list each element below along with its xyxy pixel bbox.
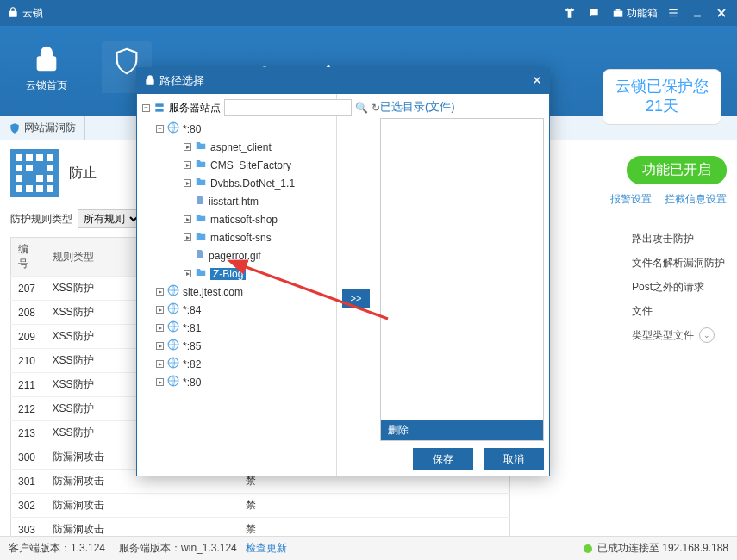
tree-node[interactable]: ▸*:84: [142, 301, 331, 319]
tree-node[interactable]: ▸*:80: [142, 373, 331, 391]
selected-list[interactable]: 删除: [380, 118, 544, 441]
toggle-icon[interactable]: [184, 252, 191, 259]
cell: 211: [11, 373, 46, 397]
toggle-icon[interactable]: ▸: [156, 360, 164, 368]
toolbox-icon[interactable]: [609, 4, 627, 22]
tree-node[interactable]: ▸*:82: [142, 355, 331, 373]
search-icon[interactable]: 🔍: [355, 101, 368, 115]
svg-rect-1: [616, 9, 621, 11]
block-settings-link[interactable]: 拦截信息设置: [665, 193, 727, 205]
toggle-icon[interactable]: −: [156, 125, 164, 133]
shirt-icon[interactable]: [561, 4, 578, 22]
tree-panel: − 服务器站点 🔍 ↻ −*:80▸aspnet_client▸CMS_Site…: [137, 94, 337, 476]
toggle-icon[interactable]: ▸: [156, 306, 164, 314]
toggle-icon[interactable]: ▸: [156, 342, 164, 350]
tree-node[interactable]: iisstart.htm: [142, 192, 331, 210]
tree-node[interactable]: ▸Dvbbs.DotNet_1.1: [142, 174, 331, 192]
tree-root-label[interactable]: 服务器站点: [169, 101, 221, 115]
file-icon: [195, 248, 205, 263]
right-option[interactable]: 文件: [632, 299, 725, 323]
selected-panel: 已选目录(文件) 删除 保存 取消: [375, 94, 549, 476]
shield-icon: [9, 122, 21, 134]
close-button[interactable]: [713, 4, 730, 22]
tree-node[interactable]: ▸maticsoft-shop: [142, 210, 331, 228]
cell: 210: [11, 349, 46, 373]
modal-close-button[interactable]: [532, 75, 542, 88]
minimize-button[interactable]: [689, 4, 706, 22]
refresh-icon[interactable]: ↻: [372, 101, 380, 115]
filter-label: 防护规则类型: [10, 212, 72, 227]
right-option[interactable]: Post之外的请求: [632, 275, 725, 299]
toggle-icon[interactable]: ▸: [184, 179, 191, 187]
folder-icon: [195, 266, 207, 281]
chevron-down-icon[interactable]: ⌄: [699, 327, 715, 343]
titlebar: 云锁 功能箱: [0, 0, 737, 26]
globe-icon: [167, 121, 179, 136]
connection-dot: [584, 544, 592, 553]
toggle-icon[interactable]: ▸: [184, 161, 191, 169]
check-update-link[interactable]: 检查更新: [246, 541, 287, 556]
server-icon: [153, 102, 166, 114]
right-option[interactable]: 类型类型文件⌄: [632, 323, 725, 347]
lock-icon: [144, 74, 156, 89]
filter-select[interactable]: 所有规则: [78, 209, 141, 228]
tree-label: *:80: [183, 123, 201, 135]
tree-node[interactable]: −*:80: [142, 120, 331, 138]
tree-search-input[interactable]: [224, 99, 352, 116]
cell: 301: [11, 470, 46, 494]
tree-node[interactable]: pagerror.gif: [142, 246, 331, 264]
cell: 213: [11, 421, 46, 445]
svg-rect-17: [155, 109, 163, 112]
globe-icon: [167, 320, 179, 335]
remove-button[interactable]: 删除: [381, 420, 543, 440]
toggle-icon[interactable]: ▸: [184, 233, 191, 241]
th-id[interactable]: 编号: [11, 238, 46, 277]
tree-node[interactable]: ▸maticsoft-sns: [142, 228, 331, 246]
chat-icon[interactable]: [585, 4, 603, 22]
toggle-icon[interactable]: ▸: [184, 143, 191, 151]
tree-label: site.jtest.com: [183, 286, 243, 298]
save-button[interactable]: 保存: [413, 448, 473, 470]
funcbox-label[interactable]: 功能箱: [627, 6, 658, 21]
toggle-icon[interactable]: ▸: [184, 270, 191, 277]
tree-node[interactable]: ▸Z-Blog: [142, 264, 331, 283]
settings-links: 报警设置 拦截信息设置: [600, 192, 727, 207]
toggle-icon[interactable]: [184, 197, 191, 205]
toggle-icon[interactable]: ▸: [184, 215, 191, 223]
right-option[interactable]: 路出攻击防护: [632, 227, 725, 251]
toggle-icon[interactable]: ▸: [156, 378, 164, 386]
tree-node[interactable]: ▸aspnet_client: [142, 138, 331, 156]
connection-status: 已成功连接至 192.168.9.188: [597, 541, 728, 556]
statusbar: 客户端版本：1.3.124 服务端版本：win_1.3.124 检查更新 已成功…: [0, 536, 737, 560]
add-arrow-button[interactable]: >>: [342, 289, 370, 308]
app-title: 云锁: [22, 6, 43, 21]
tree-label: CMS_SiteFactory: [210, 159, 291, 171]
globe-icon: [167, 284, 179, 299]
folder-icon: [195, 230, 207, 245]
tree-label: Dvbbs.DotNet_1.1: [210, 177, 295, 190]
tree-label: *:84: [183, 304, 201, 316]
tree-node[interactable]: ▸*:81: [142, 319, 331, 337]
menu-icon[interactable]: [665, 4, 682, 22]
path-select-modal: 路径选择 − 服务器站点 🔍 ↻ −*:80▸aspnet_client▸CMS…: [136, 67, 550, 476]
lock-icon: [7, 6, 19, 21]
tree-node[interactable]: ▸CMS_SiteFactory: [142, 156, 331, 174]
right-option[interactable]: 文件名解析漏洞防护: [632, 251, 725, 275]
subtab-vulner[interactable]: 网站漏洞防: [0, 116, 85, 140]
nav-home[interactable]: 云锁首页: [26, 44, 67, 93]
globe-icon: [167, 339, 179, 353]
toggle-icon[interactable]: ▸: [156, 324, 164, 332]
toggle-icon[interactable]: −: [142, 104, 150, 112]
folder-icon: [195, 212, 207, 227]
toggle-icon[interactable]: ▸: [156, 288, 164, 296]
cancel-button[interactable]: 取消: [484, 448, 544, 470]
folder-icon: [195, 140, 207, 154]
folder-icon: [195, 176, 207, 190]
cell: 防漏洞攻击: [46, 494, 239, 518]
tree-label: pagerror.gif: [209, 250, 261, 262]
status-pill[interactable]: 功能已开启: [627, 156, 727, 184]
alert-settings-link[interactable]: 报警设置: [610, 193, 652, 205]
tree-node[interactable]: ▸*:85: [142, 337, 331, 355]
table-row[interactable]: 302防漏洞攻击禁: [11, 494, 510, 518]
tree-node[interactable]: ▸site.jtest.com: [142, 283, 331, 301]
